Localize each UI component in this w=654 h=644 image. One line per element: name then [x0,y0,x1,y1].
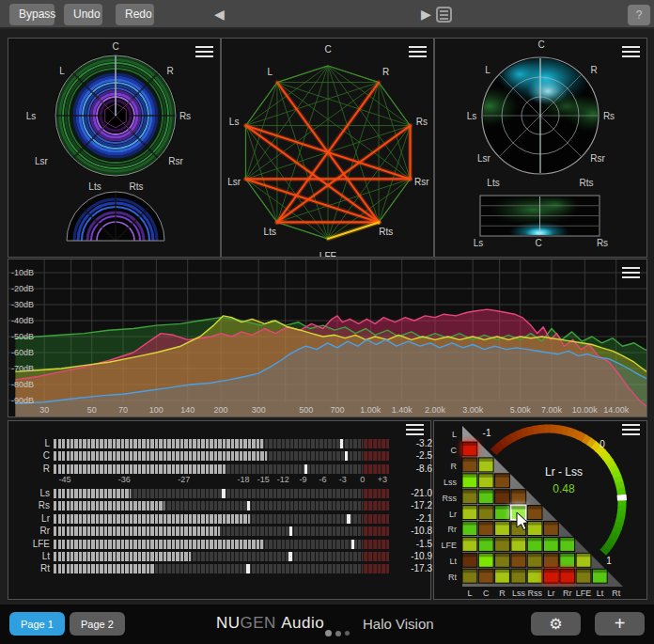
label: Lss [444,478,458,487]
panel-menu-icon[interactable] [195,46,213,59]
panel-menu-icon[interactable] [409,46,427,59]
label: Lsr [227,177,241,187]
label: 30 [39,405,49,415]
label: 300 [252,405,266,415]
meter-bar-Rr [54,526,389,536]
label: L [268,67,273,77]
label: Rt [448,573,457,582]
label: Rsr [168,156,183,166]
label: Rts [580,178,594,188]
meter-value: -10.9 [391,551,432,561]
label: Rts [379,227,393,237]
redo-button[interactable]: Redo [116,4,154,25]
correlation-web-visualization: CRRsRsrRtsLFELtsLsrLsL [222,39,433,257]
bypass-button[interactable]: Bypass [9,4,54,25]
correlation-web-panel: CRRsRsrRtsLFELtsLsrLsL [221,38,434,258]
label: Lsr [477,153,491,164]
correlation-matrix-visualization: -101Lr - Lss0.48LCRLssRssLrRrLFELtRtLCRL… [434,421,646,599]
label: -10dB [11,268,34,277]
label: 7.00k [541,405,563,415]
label: Lts [264,227,276,237]
label: -50dB [11,332,34,341]
meter-scale-tick: +3 [378,475,387,484]
label: C [112,41,118,52]
location-scope-visualization: CLRLsRsLsrRsrLtsRtsLsCRs [435,39,646,257]
meter-scale-tick: -9 [299,475,306,484]
play-icon[interactable]: ▶ [421,8,431,22]
panel-menu-icon[interactable] [622,267,640,280]
meter-scale-tick: -3 [339,475,347,484]
back-icon[interactable]: ◀ [214,8,225,22]
label: LFE [319,251,337,257]
label: -80dB [11,380,34,389]
label: 70 [118,405,128,415]
label: L [452,430,457,439]
meter-value: -10.8 [391,526,432,536]
meter-channel-label: C [8,450,50,461]
meter-bar-Lt [54,552,389,561]
level-meters-panel: L-3.2C-2.5R-8.6-45-36-27-18-15-12-9-6-30… [8,420,431,600]
meter-value: -2.5 [391,450,432,461]
label: L [467,589,472,598]
label: Rt [612,589,620,598]
meter-value: -3.2 [391,438,432,448]
meter-scale-tick: -36 [118,475,131,484]
panel-menu-icon[interactable] [622,46,640,59]
label: -60dB [11,348,34,357]
brand-dots [325,624,353,641]
meter-channel-label: Lr [8,513,50,524]
label: R [382,67,389,77]
label: R [166,66,173,76]
surround-scope-visualization: CLRLsRsLsrRsrLtsRts [8,39,220,257]
settings-gear-button[interactable]: ⚙ [531,612,581,636]
brand-gen: GEN [241,614,276,632]
label: 200 [213,405,227,415]
meter-bar-L [54,439,389,448]
meter-scale-tick: -15 [257,475,270,484]
label: -1 [483,428,491,438]
add-module-button[interactable]: + [595,612,645,636]
preset-list-icon[interactable] [436,7,452,23]
label: C [535,238,541,248]
meter-value: -1.5 [391,539,432,549]
label: 1.40k [392,405,413,415]
label: 14.00k [603,405,630,415]
meter-value: -8.6 [391,463,432,474]
undo-button[interactable]: Undo [64,4,102,25]
panel-menu-icon[interactable] [406,424,424,437]
brand-nu: NU [216,614,241,632]
label: Lr [449,510,457,519]
page-2-button[interactable]: Page 2 [70,612,125,636]
label: R [590,65,597,75]
meter-channel-label: LFE [8,539,50,549]
meter-value: -17.3 [391,563,432,573]
label: 0.48 [553,482,575,495]
label: 1 [606,556,612,566]
meter-channel-label: Ls [8,488,50,498]
label: Ls [26,111,37,121]
label: Rs [603,111,615,121]
label: 0 [600,439,605,449]
meter-channel-label: L [8,438,50,448]
meter-scale-tick: -27 [178,475,190,484]
label: 2.00k [425,405,446,415]
label: -40dB [11,316,34,325]
meter-bar-Lr [54,514,389,524]
brand-logo: NUGEN Audio [216,614,324,633]
label: Rss [443,494,458,503]
location-scope-panel: CLRLsRsLsrRsrLtsRtsLsCRs [434,38,647,258]
spectrum-analyzer-panel: -10dB-20dB-30dB-40dB-50dB-60dB-70dB-80dB… [8,259,647,417]
panel-menu-icon[interactable] [622,424,640,437]
meter-scale-tick: -45 [58,475,70,484]
page-1-button[interactable]: Page 1 [9,612,65,636]
label: C [483,589,490,598]
meter-bar-Ls [54,489,389,498]
label: Lts [88,181,101,192]
meter-value: -17.2 [391,500,432,510]
help-button[interactable]: ? [628,5,650,25]
label: Ls [467,111,477,121]
label: -30dB [11,300,34,309]
meter-scale-tick: -6 [319,475,327,484]
label: R [451,462,458,471]
meter-bar-LFE [54,540,389,549]
